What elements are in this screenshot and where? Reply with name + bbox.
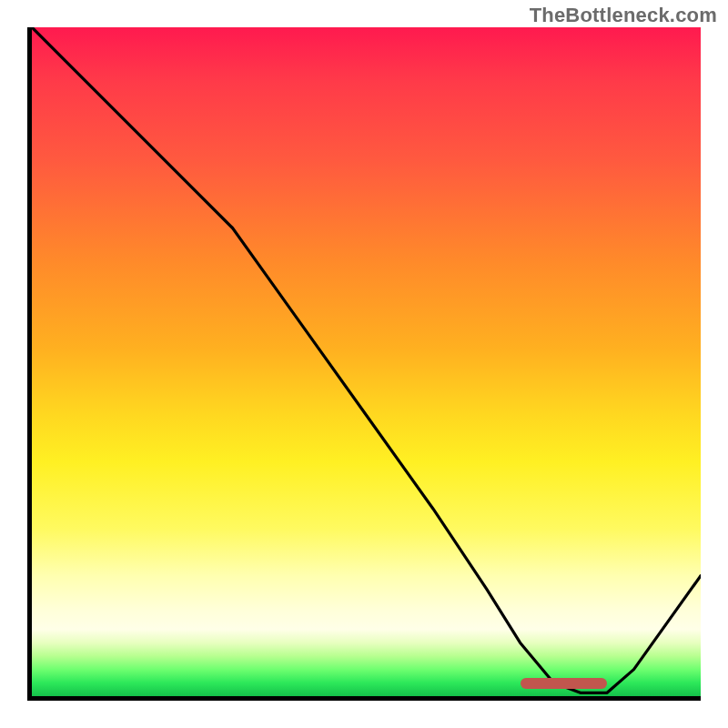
watermark-text: TheBottleneck.com bbox=[530, 4, 717, 27]
plot-area bbox=[27, 27, 701, 701]
optimal-marker bbox=[521, 678, 608, 689]
bottleneck-curve bbox=[32, 27, 701, 696]
curve-path bbox=[32, 27, 701, 693]
